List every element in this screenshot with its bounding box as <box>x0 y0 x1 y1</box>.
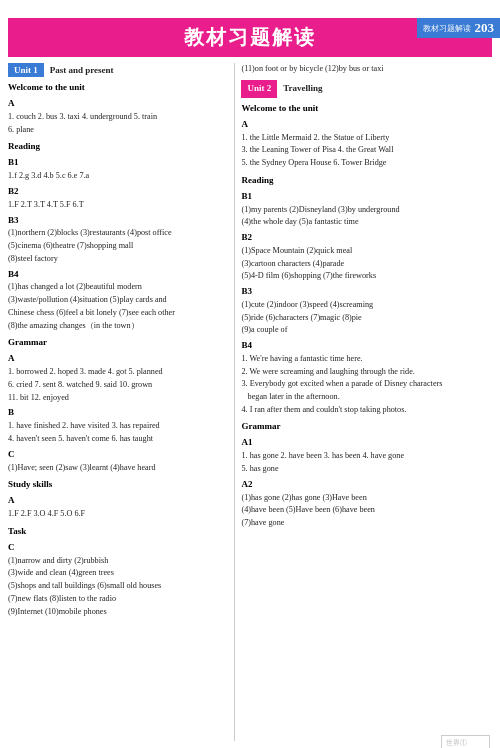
study-a-label: A <box>8 494 228 508</box>
unit1-badge: Unit 1 <box>8 63 44 77</box>
unit2-a-label: A <box>241 118 492 132</box>
grammar2-label: Grammar <box>241 420 492 434</box>
unit1-continued: (11)on foot or by bicycle (12)by bus or … <box>241 63 492 76</box>
study-a-content: 1.F 2.F 3.O 4.F 5.O 6.F <box>8 508 228 521</box>
b1-content: 1.f 2.g 3.d 4.b 5.c 6.e 7.a <box>8 170 228 183</box>
study-skills-label: Study skills <box>8 478 228 492</box>
b4-content: (1)has changed a lot (2)beautiful modern… <box>8 281 228 332</box>
u2-b4-content: 1. We're having a fantastic time here.2.… <box>241 353 492 417</box>
grammar1-a-label: A <box>8 352 228 366</box>
unit2-title: Travelling <box>283 82 322 96</box>
reading1-label: Reading <box>8 140 228 154</box>
u2-b2-content: (1)Space Mountain (2)quick meal(3)cartoo… <box>241 245 492 283</box>
top-badge: 教材习题解读 203 <box>417 18 501 38</box>
b2-label: B2 <box>8 185 228 199</box>
grammar1-c-content: (1)Have; seen (2)saw (3)learnt (4)have h… <box>8 462 228 475</box>
unit2-badge: Unit 2 <box>241 80 277 98</box>
right-column: (11)on foot or by bicycle (12)by bus or … <box>235 63 492 741</box>
grammar2-a1-label: A1 <box>241 436 492 450</box>
b2-content: 1.F 2.T 3.T 4.T 5.F 6.T <box>8 199 228 212</box>
right-content: (11)on foot or by bicycle (12)by bus or … <box>241 63 492 530</box>
u2-b1-content: (1)my parents (2)Disneyland (3)by underg… <box>241 204 492 229</box>
unit1-title: Past and present <box>50 65 114 75</box>
u2-b3-label: B3 <box>241 285 492 299</box>
content-columns: Unit 1 Past and present Welcome to the u… <box>0 63 500 741</box>
task1-c-content: (1)narrow and dirty (2)rubbish(3)wide an… <box>8 555 228 619</box>
b3-content: (1)northern (2)blocks (3)restaurants (4)… <box>8 227 228 265</box>
grammar1-label: Grammar <box>8 336 228 350</box>
b4-label: B4 <box>8 268 228 282</box>
grammar1-b-label: B <box>8 406 228 420</box>
welcome-unit2: Welcome to the unit <box>241 102 492 116</box>
page-wrapper: 教材习题解读 203 教材习题解读 Unit 1 Past and presen… <box>0 18 500 748</box>
page-number: 203 <box>475 20 495 36</box>
b1-label: B1 <box>8 156 228 170</box>
watermark: 世界①MXQE.COM <box>441 735 490 748</box>
unit1-content: Welcome to the unit A 1. couch 2. bus 3.… <box>8 81 228 618</box>
left-column: Unit 1 Past and present Welcome to the u… <box>8 63 235 741</box>
unit1-header: Unit 1 Past and present <box>8 63 228 77</box>
badge-text: 教材习题解读 <box>423 23 471 34</box>
task1-label: Task <box>8 525 228 539</box>
u2-b4-label: B4 <box>241 339 492 353</box>
unit1-a-content: 1. couch 2. bus 3. taxi 4. underground 5… <box>8 111 228 136</box>
grammar1-a-content: 1. borrowed 2. hoped 3. made 4. got 5. p… <box>8 366 228 404</box>
grammar2-a2-label: A2 <box>241 478 492 492</box>
unit2-a-content: 1. the Little Mermaid 2. the Statue of L… <box>241 132 492 170</box>
b3-label: B3 <box>8 214 228 228</box>
reading2-label: Reading <box>241 174 492 188</box>
grammar1-b-content: 1. have finished 2. have visited 3. has … <box>8 420 228 445</box>
grammar1-c-label: C <box>8 448 228 462</box>
unit1-a-label: A <box>8 97 228 111</box>
welcome-unit1: Welcome to the unit <box>8 81 228 95</box>
unit2-header: Unit 2 Travelling <box>241 80 492 98</box>
grammar2-a1-content: 1. has gone 2. have been 3. has been 4. … <box>241 450 492 475</box>
watermark-text: 世界①MXQE.COM <box>441 735 490 748</box>
task1-c-label: C <box>8 541 228 555</box>
u2-b3-content: (1)cute (2)indoor (3)speed (4)screaming(… <box>241 299 492 337</box>
u2-b2-label: B2 <box>241 231 492 245</box>
u2-b1-label: B1 <box>241 190 492 204</box>
grammar2-a2-content: (1)has gone (2)has gone (3)Have been(4)h… <box>241 492 492 530</box>
